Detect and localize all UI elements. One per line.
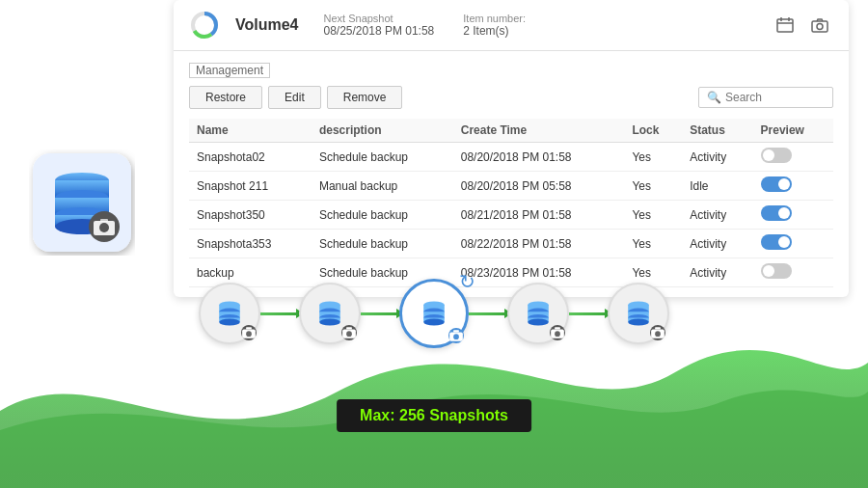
cell-description: Schedule backup [312, 230, 453, 258]
timeline-connector [469, 312, 507, 315]
timeline-connector [361, 312, 399, 315]
svg-point-8 [817, 24, 823, 30]
timeline-item [507, 283, 569, 344]
cell-create-time: 08/22/2018 PM 01:58 [453, 230, 625, 258]
header-meta: Next Snapshot 08/25/2018 PM 01:58 Item n… [324, 13, 527, 38]
table-row[interactable]: Snapshota02 Schedule backup 08/20/2018 P… [189, 143, 833, 172]
preview-toggle[interactable] [761, 176, 792, 192]
max-snapshots-label: Max: 256 Snapshots [337, 399, 531, 432]
svg-point-49 [453, 334, 459, 339]
management-label: Management [189, 63, 270, 78]
cell-create-time: 08/21/2018 PM 01:58 [453, 201, 625, 230]
cell-lock: Yes [624, 230, 682, 258]
snapshot-timeline: ↻ [0, 279, 868, 348]
table-row[interactable]: Snapshota353 Schedule backup 08/22/2018 … [189, 230, 833, 258]
col-description: description [312, 119, 453, 143]
cell-status: Activity [682, 143, 752, 172]
snapshot-icon[interactable]: ↻ [399, 279, 469, 348]
preview-toggle[interactable] [761, 263, 792, 279]
col-preview: Preview [753, 119, 833, 143]
camera-badge [448, 328, 464, 343]
svg-point-27 [219, 318, 240, 325]
item-number-value: 2 Item(s) [463, 24, 508, 38]
cell-preview[interactable] [753, 201, 833, 230]
timeline-item: ↻ [399, 279, 469, 348]
svg-rect-3 [777, 19, 793, 32]
refresh-arrow-icon: ↻ [459, 272, 475, 291]
timeline-item [608, 283, 669, 344]
card-header: Volume4 Next Snapshot 08/25/2018 PM 01:5… [174, 0, 849, 51]
cell-preview[interactable] [753, 143, 833, 172]
snapshot-icon[interactable] [608, 283, 669, 344]
svg-point-69 [655, 331, 661, 337]
svg-rect-40 [346, 327, 352, 329]
next-snapshot-meta: Next Snapshot 08/25/2018 PM 01:58 [324, 13, 435, 38]
svg-point-57 [528, 318, 549, 325]
svg-point-47 [423, 318, 445, 325]
preview-toggle[interactable] [761, 205, 792, 221]
remove-button[interactable]: Remove [327, 86, 403, 109]
management-toolbar: Restore Edit Remove 🔍 [189, 86, 833, 109]
cell-description: Schedule backup [312, 201, 453, 230]
cell-create-time: 08/20/2018 PM 01:58 [453, 143, 625, 172]
timeline-item [299, 283, 361, 344]
snapshot-icon[interactable] [299, 283, 361, 344]
item-number-meta: Item number: 2 Item(s) [463, 13, 526, 38]
next-snapshot-value: 08/25/2018 PM 01:58 [324, 24, 435, 38]
cell-name: Snapshota353 [189, 230, 312, 258]
svg-rect-7 [812, 21, 827, 32]
camera-badge [650, 325, 665, 340]
svg-point-67 [628, 318, 649, 325]
cell-lock: Yes [624, 172, 682, 201]
svg-point-39 [346, 331, 352, 337]
next-snapshot-label: Next Snapshot [324, 13, 435, 24]
item-number-label: Item number: [463, 13, 526, 24]
cell-preview[interactable] [753, 230, 833, 258]
timeline-connector [260, 312, 299, 315]
svg-rect-30 [246, 327, 252, 329]
table-header-row: Name description Create Time Lock Status… [189, 119, 833, 143]
camera-badge [341, 325, 357, 340]
timeline-item [199, 283, 260, 344]
restore-button[interactable]: Restore [189, 86, 262, 109]
svg-rect-20 [100, 219, 108, 222]
col-create-time: Create Time [453, 119, 625, 143]
edit-button[interactable]: Edit [268, 86, 321, 109]
snapshot-icon[interactable] [199, 283, 260, 344]
header-actions [772, 12, 833, 39]
cell-lock: Yes [624, 143, 682, 172]
cell-status: Activity [682, 230, 752, 258]
preview-toggle[interactable] [761, 234, 792, 250]
col-status: Status [682, 119, 752, 143]
cell-status: Idle [682, 172, 752, 201]
camera-button[interactable] [806, 12, 833, 39]
big-database-icon [29, 149, 135, 256]
svg-rect-50 [453, 330, 459, 332]
camera-badge [550, 325, 565, 340]
cell-lock: Yes [624, 201, 682, 230]
cell-name: Snapshot 211 [189, 172, 312, 201]
calendar-button[interactable] [772, 12, 799, 39]
management-section: Management Restore Edit Remove 🔍 Name de… [174, 51, 849, 297]
svg-rect-70 [655, 327, 661, 329]
svg-point-29 [246, 331, 252, 337]
svg-point-19 [99, 223, 109, 232]
search-icon: 🔍 [707, 91, 721, 104]
search-input[interactable] [725, 91, 825, 104]
cell-create-time: 08/20/2018 PM 05:58 [453, 172, 625, 201]
svg-point-37 [319, 318, 340, 325]
preview-toggle[interactable] [761, 148, 792, 163]
svg-point-59 [555, 331, 560, 337]
cell-preview[interactable] [753, 172, 833, 201]
usage-chart [189, 10, 220, 41]
snapshot-icon[interactable] [507, 283, 569, 344]
col-lock: Lock [624, 119, 682, 143]
volume-name: Volume4 [235, 16, 299, 34]
search-box[interactable]: 🔍 [698, 87, 833, 108]
svg-rect-60 [555, 327, 560, 329]
table-row[interactable]: Snapshot350 Schedule backup 08/21/2018 P… [189, 201, 833, 230]
cell-description: Manual backup [312, 172, 453, 201]
cell-description: Schedule backup [312, 143, 453, 172]
col-name: Name [189, 119, 312, 143]
table-row[interactable]: Snapshot 211 Manual backup 08/20/2018 PM… [189, 172, 833, 201]
